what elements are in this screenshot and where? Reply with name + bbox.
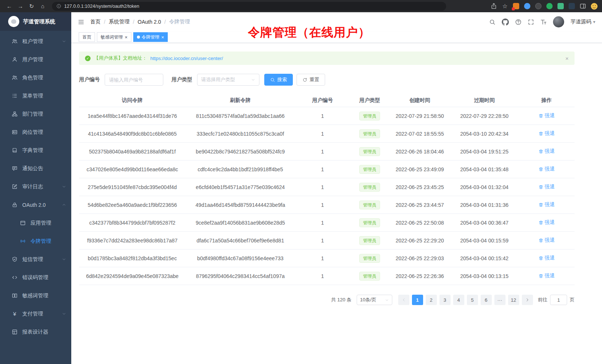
table-row: c342377bf8b344799dcbf7bf095287f2 9ce8ef2… bbox=[79, 214, 575, 232]
user-id-cell: 1 bbox=[295, 238, 350, 244]
sidebar-item-tenant-management[interactable]: 租户管理 bbox=[0, 32, 71, 50]
force-logout-button[interactable]: 强退 bbox=[539, 112, 555, 119]
goto-page-input[interactable] bbox=[550, 295, 567, 305]
user-type-cell: 管理员 bbox=[350, 129, 389, 138]
user-id-cell: 1 bbox=[295, 113, 350, 119]
site-info-icon[interactable] bbox=[56, 4, 61, 9]
force-logout-button[interactable]: 强退 bbox=[539, 148, 555, 155]
force-logout-button[interactable]: 强退 bbox=[539, 130, 555, 137]
roles-icon bbox=[12, 75, 17, 80]
force-logout-button[interactable]: 强退 bbox=[539, 166, 555, 172]
force-logout-button[interactable]: 强退 bbox=[539, 201, 555, 208]
user-id-input[interactable] bbox=[105, 74, 163, 86]
sidebar-item-role-management[interactable]: 角色管理 bbox=[0, 69, 71, 87]
sidebar-item-token-management[interactable]: 令牌管理 bbox=[0, 232, 71, 250]
sidebar-item-sensitive-word-management[interactable]: 敏感词管理 bbox=[0, 287, 71, 305]
close-icon[interactable]: × bbox=[125, 35, 128, 40]
breadcrumb-system[interactable]: 系统管理 bbox=[109, 19, 130, 25]
close-icon[interactable]: × bbox=[161, 35, 164, 40]
pagination-ellipsis[interactable]: ··· bbox=[494, 295, 506, 305]
expire-time-cell: 2054-03-04 01:32:04 bbox=[450, 184, 518, 190]
pagination-page-2[interactable]: 2 bbox=[426, 295, 437, 305]
user-type-select[interactable]: 请选择用户类型 bbox=[197, 74, 259, 86]
force-logout-button[interactable]: 强退 bbox=[539, 255, 555, 261]
pagination-prev-button[interactable] bbox=[398, 295, 409, 305]
force-logout-label: 强退 bbox=[545, 201, 555, 208]
pagination-page-5[interactable]: 5 bbox=[467, 295, 478, 305]
user-type-cell: 管理员 bbox=[350, 254, 389, 263]
actions-cell: 强退 bbox=[518, 237, 575, 244]
search-button[interactable]: 搜索 bbox=[264, 74, 293, 86]
refresh-icon bbox=[302, 77, 307, 82]
user-id-cell: 1 bbox=[295, 273, 350, 279]
help-icon[interactable] bbox=[515, 19, 521, 25]
pagination-page-4[interactable]: 4 bbox=[453, 295, 464, 305]
browser-back-icon[interactable]: ← bbox=[4, 1, 14, 11]
search-icon[interactable] bbox=[489, 19, 495, 25]
extension-icon-3[interactable] bbox=[535, 3, 542, 9]
extension-icon-5[interactable] bbox=[557, 3, 564, 9]
github-icon[interactable] bbox=[502, 19, 509, 26]
reset-button[interactable]: 重置 bbox=[297, 74, 325, 86]
browser-reload-icon[interactable]: ↻ bbox=[27, 1, 36, 11]
fullscreen-icon[interactable] bbox=[528, 19, 534, 25]
sidebar-item-post-management[interactable]: 岗位管理 bbox=[0, 123, 71, 141]
side-panel-icon[interactable] bbox=[580, 3, 586, 9]
sidebar-item-report-designer[interactable]: 报表设计器 bbox=[0, 323, 71, 341]
sidebar-item-payment-management[interactable]: ¥支付管理 bbox=[0, 305, 71, 323]
font-size-icon[interactable] bbox=[540, 19, 547, 25]
extension-icon-2[interactable] bbox=[524, 3, 530, 9]
pagination-page-3[interactable]: 3 bbox=[439, 295, 451, 305]
force-logout-button[interactable]: 强退 bbox=[539, 219, 555, 226]
menu-label: 菜单管理 bbox=[22, 93, 43, 99]
force-logout-label: 强退 bbox=[545, 130, 555, 137]
refresh-token-cell: 811c530487574fa0af1a59d3abc1aa66 bbox=[186, 113, 295, 119]
pagination-next-button[interactable] bbox=[522, 295, 533, 305]
browser-profile-avatar[interactable] bbox=[591, 3, 598, 10]
alert-close-icon[interactable]: × bbox=[565, 55, 569, 62]
sidebar-item-user-management[interactable]: 用户管理 bbox=[0, 50, 71, 69]
bookmark-star-icon[interactable]: ☆ bbox=[502, 3, 508, 9]
sidebar-item-notice-announcement[interactable]: 通知公告 bbox=[0, 159, 71, 178]
actions-cell: 强退 bbox=[518, 112, 575, 119]
address-bar[interactable]: 127.0.0.1:1024/system/oauth2/token bbox=[52, 2, 446, 11]
sidebar-item-app-management[interactable]: 应用管理 bbox=[0, 214, 71, 232]
user-type-cell: 管理员 bbox=[350, 147, 389, 156]
extension-icon-1[interactable] bbox=[513, 3, 519, 9]
tab-home[interactable]: 首页 bbox=[79, 32, 95, 42]
user-menu[interactable]: 芋道源码▾ bbox=[570, 19, 595, 25]
sidebar-item-error-code-management[interactable]: 错误码管理 bbox=[0, 268, 71, 287]
sidebar-toggle-icon[interactable] bbox=[78, 19, 84, 25]
app-logo[interactable]: 芋道管理系统 bbox=[0, 12, 71, 31]
extension-icon-6[interactable] bbox=[569, 3, 575, 9]
browser-home-icon[interactable]: ⌂ bbox=[38, 1, 48, 11]
page-size-select[interactable]: 10条/页 bbox=[357, 295, 392, 305]
table-row: 502375b8040a469a9b82188afdf6af1f be90422… bbox=[79, 143, 575, 161]
force-logout-button[interactable]: 强退 bbox=[539, 183, 555, 190]
breadcrumb-oauth2[interactable]: OAuth 2.0 bbox=[138, 19, 161, 25]
force-logout-button[interactable]: 强退 bbox=[539, 272, 555, 279]
extension-icon-4[interactable] bbox=[546, 3, 553, 9]
sidebar-item-menu-management[interactable]: 菜单管理 bbox=[0, 87, 71, 105]
user-avatar[interactable] bbox=[553, 16, 564, 27]
pagination-page-12[interactable]: 12 bbox=[508, 295, 519, 305]
share-icon[interactable] bbox=[491, 3, 497, 9]
user-icon bbox=[12, 57, 17, 62]
browser-forward-icon[interactable]: → bbox=[16, 1, 25, 11]
force-logout-button[interactable]: 强退 bbox=[539, 237, 555, 244]
sidebar-item-dept-management[interactable]: 部门管理 bbox=[0, 105, 71, 123]
pagination-page-6[interactable]: 6 bbox=[481, 295, 492, 305]
pagination-page-1[interactable]: 1 bbox=[412, 295, 423, 305]
sidebar-item-dict-management[interactable]: 字典管理 bbox=[0, 141, 71, 159]
user-type-cell: 管理员 bbox=[350, 236, 389, 245]
breadcrumb-home[interactable]: 首页 bbox=[90, 19, 101, 25]
sidebar-item-audit-log[interactable]: 审计日志 bbox=[0, 178, 71, 196]
tab-token[interactable]: 令牌管理× bbox=[133, 32, 168, 42]
table-row: 1ea5e44f8bc1467aaede43144f31de76 811c530… bbox=[79, 107, 575, 125]
tab-sensitive-word[interactable]: 敏感词管理× bbox=[97, 32, 131, 42]
doc-link[interactable]: https://doc.iocoder.cn/user-center/ bbox=[150, 56, 223, 61]
sidebar-item-sms-management[interactable]: 短信管理 bbox=[0, 250, 71, 268]
app-window-icon bbox=[20, 220, 26, 226]
sidebar-item-oauth2[interactable]: OAuth 2.0 bbox=[0, 196, 71, 214]
extension-badge bbox=[512, 7, 515, 10]
